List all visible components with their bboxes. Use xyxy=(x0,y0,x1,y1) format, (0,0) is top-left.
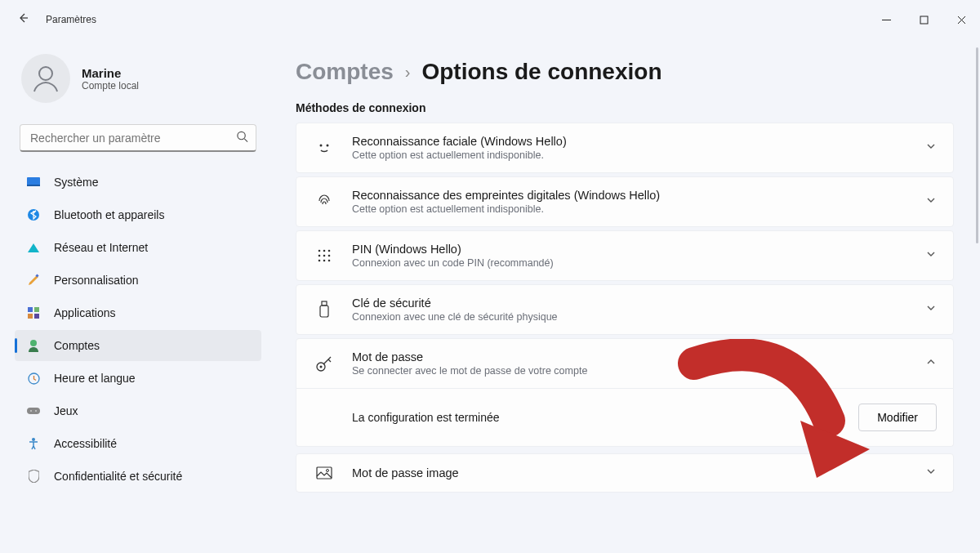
sidebar-item-label: Jeux xyxy=(54,404,78,417)
search-input[interactable] xyxy=(20,124,256,152)
svg-rect-11 xyxy=(28,307,33,312)
card-title: Mot de passe image xyxy=(352,466,909,479)
svg-point-26 xyxy=(318,255,321,257)
wifi-icon xyxy=(26,240,41,255)
chevron-right-icon: › xyxy=(405,63,411,82)
breadcrumb: Comptes › Options de connexion xyxy=(296,59,954,85)
svg-line-6 xyxy=(244,139,247,142)
signin-method-fingerprint[interactable]: Reconnaissance des empreintes digitales … xyxy=(296,176,954,227)
card-title: Mot de passe xyxy=(352,350,909,363)
titlebar: Paramètres xyxy=(0,0,980,39)
card-title: Reconnaissance des empreintes digitales … xyxy=(352,189,909,202)
signin-method-security-key[interactable]: Clé de sécurité Connexion avec une clé d… xyxy=(296,284,954,335)
svg-point-29 xyxy=(318,260,321,262)
close-button[interactable] xyxy=(942,7,980,33)
sidebar-item-label: Accessibilité xyxy=(54,437,117,450)
sidebar-item-label: Heure et langue xyxy=(54,372,136,385)
sidebar-item-label: Personnalisation xyxy=(54,274,139,287)
globe-clock-icon xyxy=(26,371,41,386)
svg-point-27 xyxy=(323,255,326,257)
sidebar-item-system[interactable]: Système xyxy=(15,167,261,198)
svg-point-15 xyxy=(30,340,37,346)
sidebar-item-accounts[interactable]: Comptes xyxy=(15,330,261,361)
bluetooth-icon xyxy=(26,207,41,222)
svg-point-28 xyxy=(328,255,331,257)
card-title: Reconnaissance faciale (Windows Hello) xyxy=(352,135,909,148)
svg-rect-12 xyxy=(34,307,39,312)
card-subtitle: Se connecter avec le mot de passe de vot… xyxy=(352,365,909,377)
game-icon xyxy=(26,404,41,418)
key-icon xyxy=(313,355,336,372)
sidebar-item-bluetooth[interactable]: Bluetooth et appareils xyxy=(15,199,261,230)
user-account-type: Compte local xyxy=(82,80,139,91)
window-title: Paramètres xyxy=(46,14,96,25)
sidebar-item-label: Comptes xyxy=(54,339,100,352)
sidebar-item-gaming[interactable]: Jeux xyxy=(15,395,261,426)
search-box xyxy=(20,124,256,152)
sidebar-item-label: Confidentialité et sécurité xyxy=(54,470,182,483)
picture-icon xyxy=(313,466,336,479)
sidebar: Marine Compte local Système Bluetooth et… xyxy=(0,39,270,553)
svg-point-20 xyxy=(32,438,35,441)
card-title: Clé de sécurité xyxy=(352,297,909,310)
sidebar-item-accessibility[interactable]: Accessibilité xyxy=(15,428,261,459)
svg-point-23 xyxy=(318,250,321,252)
chevron-up-icon xyxy=(925,356,937,371)
sidebar-item-time-language[interactable]: Heure et langue xyxy=(15,363,261,394)
signin-method-picture-password[interactable]: Mot de passe image xyxy=(296,453,954,493)
chevron-down-icon xyxy=(925,302,937,317)
sidebar-item-personalization[interactable]: Personnalisation xyxy=(15,265,261,296)
svg-point-25 xyxy=(328,250,331,252)
svg-rect-33 xyxy=(320,305,328,317)
avatar xyxy=(21,54,70,103)
signin-method-pin[interactable]: PIN (Windows Hello) Connexion avec un co… xyxy=(296,230,954,281)
svg-point-24 xyxy=(323,250,326,252)
sidebar-item-apps[interactable]: Applications xyxy=(15,297,261,328)
profile-block[interactable]: Marine Compte local xyxy=(15,49,261,119)
modify-password-button[interactable]: Modifier xyxy=(858,404,937,431)
svg-point-21 xyxy=(320,145,323,147)
svg-point-35 xyxy=(320,366,323,368)
svg-rect-32 xyxy=(322,301,327,305)
sidebar-item-privacy[interactable]: Confidentialité et sécurité xyxy=(15,461,261,492)
keypad-icon xyxy=(313,249,336,262)
back-button[interactable] xyxy=(16,11,29,28)
nav-list: Système Bluetooth et appareils Réseau et… xyxy=(15,167,261,492)
signin-method-face[interactable]: Reconnaissance faciale (Windows Hello) C… xyxy=(296,123,954,173)
shield-icon xyxy=(26,469,41,484)
chevron-down-icon xyxy=(925,194,937,209)
card-subtitle: Connexion avec une clé de sécurité physi… xyxy=(352,311,909,323)
chevron-down-icon xyxy=(925,140,937,155)
vertical-scrollbar[interactable] xyxy=(976,47,978,243)
svg-rect-8 xyxy=(27,185,40,186)
sidebar-item-label: Système xyxy=(54,176,98,189)
svg-rect-14 xyxy=(34,314,39,319)
card-subtitle: Connexion avec un code PIN (recommandé) xyxy=(352,257,909,269)
svg-point-4 xyxy=(39,67,52,80)
card-subtitle: Cette option est actuellement indisponib… xyxy=(352,203,909,215)
minimize-button[interactable] xyxy=(867,7,905,33)
sidebar-item-network[interactable]: Réseau et Internet xyxy=(15,232,261,263)
accessibility-icon xyxy=(26,436,41,451)
breadcrumb-parent[interactable]: Comptes xyxy=(296,59,394,85)
user-name: Marine xyxy=(82,66,139,80)
password-config-status: La configuration est terminée xyxy=(352,411,500,424)
svg-point-5 xyxy=(238,132,245,139)
person-icon xyxy=(26,338,41,353)
password-config-row: La configuration est terminée Modifier xyxy=(296,389,954,447)
svg-rect-13 xyxy=(28,314,33,319)
main-content: Comptes › Options de connexion Méthodes … xyxy=(270,39,980,553)
search-icon xyxy=(236,131,248,146)
brush-icon xyxy=(26,273,41,288)
page-title: Options de connexion xyxy=(421,59,662,85)
maximize-button[interactable] xyxy=(905,7,942,33)
usb-key-icon xyxy=(313,301,336,319)
sidebar-item-label: Applications xyxy=(54,306,116,319)
sidebar-item-label: Bluetooth et appareils xyxy=(54,208,164,221)
fingerprint-icon xyxy=(313,193,336,211)
card-title: PIN (Windows Hello) xyxy=(352,243,909,256)
apps-icon xyxy=(26,305,41,320)
card-subtitle: Cette option est actuellement indisponib… xyxy=(352,149,909,161)
signin-method-password[interactable]: Mot de passe Se connecter avec le mot de… xyxy=(296,338,954,389)
svg-rect-36 xyxy=(317,467,332,479)
